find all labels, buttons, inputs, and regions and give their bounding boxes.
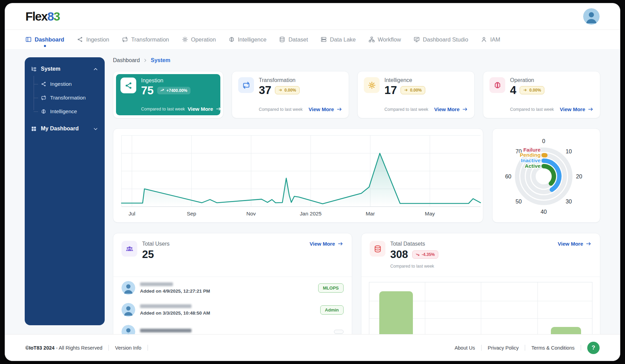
privacy-policy-link[interactable]: Privacy Policy: [488, 345, 519, 351]
brain-icon: [494, 81, 501, 89]
header: Flex83: [5, 3, 620, 30]
stat-value: 17: [384, 84, 397, 96]
stat-card-ingestion[interactable]: Ingestion 75 +7400.00% Compared to last …: [113, 71, 223, 118]
charts-row: JulSepNovJan 2025MarMay 010203040506070F…: [113, 128, 600, 223]
tree-icon: [31, 66, 37, 72]
view-more-link[interactable]: View More: [188, 106, 222, 112]
stat-card-intelligence[interactable]: Intelligence 17 0.00% Compared to last w…: [357, 71, 475, 118]
nav-item-dashboard-studio[interactable]: Dashboard Studio: [414, 36, 468, 43]
stat-title: Intelligence: [384, 77, 468, 83]
trend-badge: -4.35%: [412, 250, 438, 259]
dashboard-icon: [25, 36, 32, 43]
user-list-item: Added on 3/3/2025, 10:48:50 AM Admin: [113, 299, 352, 321]
nav-item-transformation[interactable]: Transformation: [122, 36, 169, 43]
gear-icon: [182, 36, 188, 43]
sidebar-item-label: Transformation: [50, 95, 86, 101]
share-icon: [41, 81, 46, 87]
logo-part-3: 3: [54, 10, 60, 23]
sidebar-item-label: Intelligence: [50, 108, 77, 115]
view-more-link[interactable]: View More: [434, 106, 468, 112]
sidebar-item-transformation[interactable]: Transformation: [25, 91, 105, 105]
person-icon: [121, 325, 135, 334]
transform-icon: [122, 36, 128, 43]
transform-icon-box: [238, 77, 254, 93]
stat-title: Ingestion: [141, 78, 216, 84]
nav-label: Dataset: [288, 36, 308, 43]
svg-text:May: May: [425, 211, 435, 216]
nav-label: Operation: [191, 36, 216, 43]
breadcrumb-system[interactable]: System: [151, 57, 170, 63]
rights-label: - All Rights Reserved: [56, 345, 102, 351]
nav-item-intelligence[interactable]: Intelligence: [229, 36, 266, 43]
svg-text:30: 30: [566, 198, 572, 204]
svg-text:Jul: Jul: [128, 211, 135, 216]
compare-label: Compared to last week: [510, 107, 554, 112]
brain-icon: [41, 109, 46, 114]
version-info-link[interactable]: Version Info: [115, 345, 141, 351]
gear-icon-box: [364, 77, 380, 93]
sidebar-item-label: Ingestion: [50, 81, 72, 87]
nav-item-dashboard[interactable]: Dashboard: [25, 36, 64, 43]
divider: [481, 345, 482, 351]
chevron-up-icon[interactable]: [93, 66, 99, 72]
card-title: Total Users: [142, 241, 170, 247]
view-more-link[interactable]: View More: [310, 241, 344, 247]
person-icon: [481, 36, 487, 43]
compare-label: Compared to last week: [259, 107, 303, 112]
nav-item-iam[interactable]: IAM: [481, 36, 500, 43]
sidebar-group-my-dashboard[interactable]: My Dashboard: [25, 120, 105, 137]
stat-value: 37: [259, 84, 271, 96]
arrow-right-icon: [523, 88, 528, 92]
sidebar-group-system[interactable]: System: [25, 61, 105, 77]
nav-label: IAM: [490, 36, 500, 43]
avatar: [121, 325, 135, 334]
sidebar-system-children: Ingestion Transformation Intelligence: [25, 77, 105, 118]
nav-item-data-lake[interactable]: Data Lake: [321, 36, 356, 43]
help-button[interactable]: ?: [587, 342, 600, 354]
nav-label: Transformation: [131, 36, 169, 43]
person-icon: [121, 281, 135, 295]
divider: [581, 345, 581, 351]
nav-item-operation[interactable]: Operation: [182, 36, 216, 43]
divider: [525, 345, 525, 351]
stat-card-row: Ingestion 75 +7400.00% Compared to last …: [113, 71, 600, 118]
top-nav: Dashboard Ingestion Transformation Opera…: [5, 30, 620, 49]
content-area: System Ingestion Transformation Intellig…: [5, 49, 620, 334]
nav-item-dataset[interactable]: Dataset: [279, 36, 308, 43]
sidebar-item-ingestion[interactable]: Ingestion: [25, 77, 105, 91]
view-more-link[interactable]: View More: [558, 241, 592, 247]
copyright-label: ©IoT83 2024: [25, 345, 55, 351]
monitor-chart-icon: [414, 36, 420, 43]
compare-label: Compared to last week: [141, 107, 185, 111]
svg-text:Jan 2025: Jan 2025: [300, 211, 322, 216]
role-badge: [334, 330, 344, 334]
arrow-right-icon: [338, 241, 344, 246]
nav-item-workflow[interactable]: Workflow: [369, 36, 401, 43]
view-more-link[interactable]: View More: [309, 106, 343, 112]
trend-badge: +7400.00%: [157, 87, 190, 94]
user-avatar[interactable]: [583, 8, 600, 25]
stat-card-operation[interactable]: Operation 4 0.00% Compared to last week: [483, 71, 600, 118]
role-badge: MLOPS: [318, 283, 344, 293]
database-icon: [279, 36, 285, 43]
stat-card-transformation[interactable]: Transformation 37 0.00% Compared to last…: [232, 71, 349, 118]
breadcrumb-dashboard[interactable]: Dashboard: [113, 57, 140, 63]
svg-text:0: 0: [542, 138, 545, 144]
gear-icon: [368, 81, 376, 89]
blurred-user-name: [140, 304, 192, 308]
server-icon: [321, 36, 327, 43]
transform-icon: [41, 95, 46, 101]
sidebar-item-intelligence[interactable]: Intelligence: [25, 105, 105, 118]
compare-label: Compared to last week: [390, 264, 438, 269]
radial-chart: 010203040506070FailurePendingInactiveAct…: [493, 129, 600, 222]
nav-label: Intelligence: [238, 36, 266, 43]
nav-item-ingestion[interactable]: Ingestion: [77, 36, 109, 43]
nav-label: Dashboard: [35, 36, 64, 43]
svg-text:Mar: Mar: [366, 211, 375, 216]
view-more-link[interactable]: View More: [560, 106, 594, 112]
nav-label: Dashboard Studio: [423, 36, 468, 43]
about-us-link[interactable]: About Us: [454, 345, 475, 351]
flex83-logo: Flex83: [25, 10, 60, 23]
chevron-down-icon[interactable]: [93, 126, 99, 132]
terms-link[interactable]: Terms & Conditions: [531, 345, 575, 351]
